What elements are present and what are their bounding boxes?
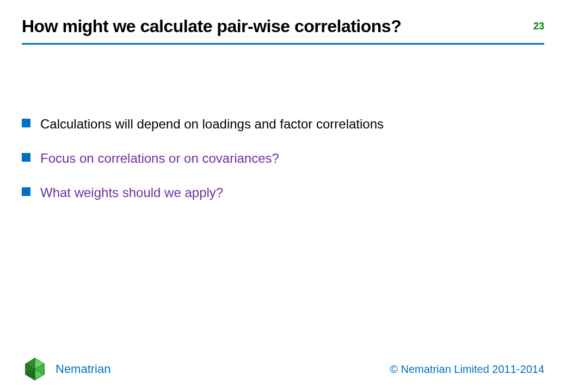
slide-body: Calculations will depend on loadings and… xyxy=(0,45,566,201)
slide-header: How might we calculate pair-wise correla… xyxy=(0,0,566,36)
slide: How might we calculate pair-wise correla… xyxy=(0,0,566,392)
bullet-text: Focus on correlations or on covariances? xyxy=(40,150,279,167)
bullet-item: What weights should we apply? xyxy=(22,184,544,201)
copyright-text: © Nematrian Limited 2011-2014 xyxy=(390,363,544,376)
bullet-item: Focus on correlations or on covariances? xyxy=(22,150,544,167)
slide-title: How might we calculate pair-wise correla… xyxy=(22,16,544,36)
square-bullet-icon xyxy=(22,187,30,196)
bullet-text: What weights should we apply? xyxy=(40,184,223,201)
nematrian-logo-icon xyxy=(22,356,48,382)
slide-number: 23 xyxy=(533,21,544,32)
brand-block: Nematrian xyxy=(22,356,110,382)
slide-footer: Nematrian © Nematrian Limited 2011-2014 xyxy=(0,356,566,382)
square-bullet-icon xyxy=(22,119,30,127)
square-bullet-icon xyxy=(22,153,30,162)
brand-name: Nematrian xyxy=(56,362,110,376)
bullet-text: Calculations will depend on loadings and… xyxy=(40,115,384,132)
bullet-item: Calculations will depend on loadings and… xyxy=(22,115,544,132)
